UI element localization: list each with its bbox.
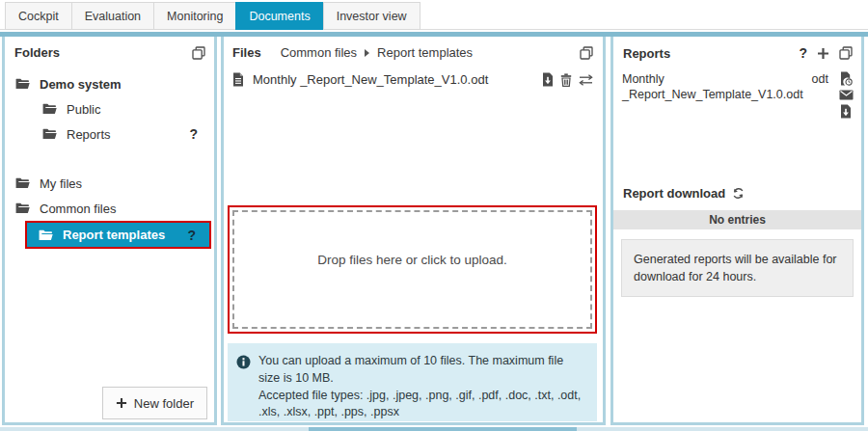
breadcrumb-report-templates[interactable]: Report templates — [377, 45, 473, 60]
folder-label: My files — [40, 176, 82, 191]
download-icon[interactable] — [542, 72, 554, 87]
reports-panel: Reports ? Monthly _Report_New_Template_V… — [610, 37, 864, 425]
email-icon[interactable] — [839, 90, 854, 100]
reports-panel-header: Reports ? — [613, 37, 861, 65]
report-entry: Monthly _Report_New_Template_V1.0.odt od… — [622, 71, 854, 119]
report-entry-actions — [838, 71, 854, 119]
files-panel: Files Common files Report templates — [221, 37, 606, 425]
report-download-section: Report download — [623, 186, 745, 201]
download-icon[interactable] — [840, 104, 852, 119]
breadcrumb: Common files Report templates — [281, 45, 473, 60]
report-schedule-icon[interactable] — [840, 71, 853, 86]
folder-icon — [15, 78, 30, 90]
folder-icon — [39, 229, 53, 241]
upload-dropzone[interactable]: Drop files here or click to upload. — [232, 210, 592, 329]
folder-tree: Demo system Public Rep — [5, 71, 214, 249]
folder-item-public[interactable]: Public — [5, 96, 214, 121]
folders-panel-title: Folders — [14, 45, 60, 60]
tab-bar: Cockpit Evaluation Monitoring Documents … — [5, 2, 420, 30]
folder-label: Reports — [67, 127, 111, 142]
file-actions — [542, 72, 593, 87]
selected-folder-highlight: Report templates ? — [25, 221, 211, 249]
folder-label: Report templates — [63, 228, 165, 242]
file-icon — [232, 72, 244, 87]
upload-info-line-1: You can upload a maximum of 10 files. Th… — [258, 353, 583, 388]
popout-icon[interactable] — [192, 46, 205, 60]
report-availability-note: Generated reports will be available for … — [621, 239, 854, 297]
folder-icon — [15, 177, 30, 189]
folder-icon — [15, 202, 30, 214]
help-icon[interactable]: ? — [187, 228, 196, 243]
file-row: Monthly _Report_New_Template_V1.0.odt — [232, 72, 593, 87]
new-folder-button[interactable]: New folder — [102, 387, 207, 419]
plus-icon — [116, 397, 127, 409]
tree-spacer — [5, 147, 214, 171]
upload-info-line-2: Accepted file types: .jpg, .jpeg, .png, … — [258, 388, 583, 422]
folder-icon — [42, 128, 57, 140]
breadcrumb-common-files[interactable]: Common files — [281, 45, 357, 60]
tab-cockpit[interactable]: Cockpit — [5, 2, 72, 30]
horizontal-scrollbar-thumb[interactable] — [309, 427, 577, 431]
upload-info-text: You can upload a maximum of 10 files. Th… — [258, 353, 583, 414]
reports-panel-title: Reports — [623, 46, 670, 61]
folder-item-demo-system[interactable]: Demo system — [5, 71, 214, 96]
folder-item-reports[interactable]: Reports ? — [5, 121, 214, 147]
dropzone-highlight: Drop files here or click to upload. — [228, 205, 597, 334]
delete-icon[interactable] — [560, 73, 572, 87]
tab-documents[interactable]: Documents — [235, 2, 323, 30]
folder-icon — [42, 103, 57, 115]
help-icon[interactable]: ? — [799, 45, 807, 61]
new-folder-label: New folder — [134, 396, 194, 411]
folder-item-my-files[interactable]: My files — [5, 171, 214, 196]
folders-panel-header: Folders — [5, 37, 214, 64]
popout-icon[interactable] — [839, 46, 853, 60]
tab-evaluation[interactable]: Evaluation — [71, 2, 154, 30]
report-name[interactable]: Monthly _Report_New_Template_V1.0.odt — [622, 71, 804, 103]
transfer-icon[interactable] — [579, 74, 593, 86]
folders-panel: Folders Demo system — [2, 37, 217, 425]
refresh-icon[interactable] — [732, 187, 745, 200]
files-panel-title: Files — [232, 45, 261, 60]
tab-investor-view[interactable]: Investor view — [323, 2, 420, 30]
folder-item-common-files[interactable]: Common files — [5, 196, 214, 221]
folder-label: Demo system — [40, 77, 122, 92]
folder-item-report-templates[interactable]: Report templates ? — [27, 223, 209, 247]
file-name[interactable]: Monthly _Report_New_Template_V1.0.odt — [253, 72, 488, 87]
dropzone-text: Drop files here or click to upload. — [234, 253, 590, 267]
upload-info-box: You can upload a maximum of 10 files. Th… — [228, 343, 597, 421]
report-type: odt — [812, 72, 828, 86]
popout-icon[interactable] — [580, 46, 593, 60]
app-window: Cockpit Evaluation Monitoring Documents … — [0, 0, 868, 431]
breadcrumb-arrow-icon — [365, 49, 369, 57]
add-report-icon[interactable] — [817, 47, 829, 60]
info-icon — [236, 355, 251, 414]
report-download-title: Report download — [623, 186, 725, 201]
tab-monitoring[interactable]: Monitoring — [153, 2, 236, 30]
no-entries-bar: No entries — [613, 210, 861, 229]
folder-label: Public — [67, 102, 100, 117]
help-icon[interactable]: ? — [189, 126, 198, 142]
folder-label: Common files — [40, 202, 116, 216]
files-panel-header: Files Common files Report templates — [224, 37, 603, 60]
